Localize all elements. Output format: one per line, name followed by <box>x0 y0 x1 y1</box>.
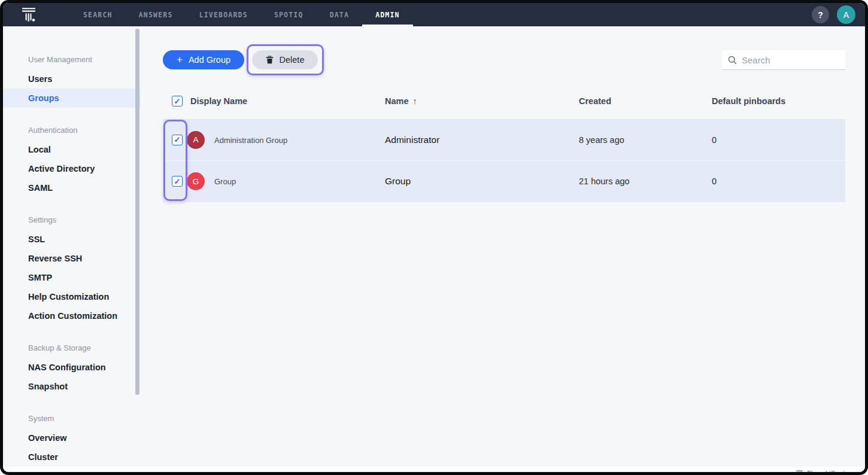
add-group-button[interactable]: + Add Group <box>163 50 244 69</box>
cell-display-name: Group <box>214 177 236 186</box>
column-header-default-pinboards[interactable]: Default pinboards <box>712 94 785 108</box>
sidebar-item-saml[interactable]: SAML <box>3 178 141 197</box>
thoughtspot-footer-logo-icon <box>796 470 803 473</box>
sidebar-section-authentication: Authentication Local Active Directory SA… <box>3 121 141 197</box>
row-checkbox[interactable]: ✓ <box>172 176 183 187</box>
add-group-label: Add Group <box>189 55 230 65</box>
sidebar-header-user-management: User Management <box>3 50 141 69</box>
cell-display-name: Administration Group <box>214 135 287 144</box>
sidebar-section-backup-storage: Backup & Storage NAS Configuration Snaps… <box>3 339 141 396</box>
sidebar-item-active-directory[interactable]: Active Directory <box>3 159 141 178</box>
check-icon: ✓ <box>174 98 181 105</box>
delete-button[interactable]: Delete <box>252 50 318 69</box>
cell-name: Group <box>385 176 411 187</box>
sidebar-header-settings: Settings <box>3 211 141 230</box>
sidebar-scrollbar[interactable] <box>135 29 139 395</box>
nav-item-admin[interactable]: ADMIN <box>362 3 413 26</box>
sidebar-item-local[interactable]: Local <box>3 140 141 159</box>
sidebar-section-user-management: User Management Users Groups <box>3 50 141 108</box>
sidebar-item-smtp[interactable]: SMTP <box>3 268 141 287</box>
sidebar-item-groups[interactable]: Groups <box>3 89 141 108</box>
admin-sidebar: User Management Users Groups Authenticat… <box>3 26 141 467</box>
sidebar-section-settings: Settings SSL Reverse SSH SMTP Help Custo… <box>3 211 141 325</box>
trash-icon <box>266 56 274 64</box>
table-row[interactable]: ✓ G Group Group 21 hours ago 0 <box>163 160 845 202</box>
sort-ascending-icon: ↑ <box>413 94 417 108</box>
group-avatar: G <box>187 172 205 190</box>
search-icon <box>728 56 737 65</box>
column-header-name-label: Name <box>385 94 409 108</box>
sidebar-section-system: System Overview Cluster <box>3 409 141 467</box>
nav-item-liveboards[interactable]: LIVEBOARDS <box>186 3 261 26</box>
sidebar-item-reverse-ssh[interactable]: Reverse SSH <box>3 249 141 268</box>
sidebar-item-nas-configuration[interactable]: NAS Configuration <box>3 358 141 377</box>
sidebar-header-authentication: Authentication <box>3 121 141 140</box>
search-box <box>722 50 845 70</box>
app-screen: SEARCH ANSWERS LIVEBOARDS SPOTIQ DATA AD… <box>3 3 865 472</box>
select-all-checkbox[interactable]: ✓ <box>172 96 183 106</box>
check-icon: ✓ <box>174 136 181 144</box>
nav-item-spotiq[interactable]: SPOTIQ <box>261 3 317 26</box>
thoughtspot-logo-icon[interactable] <box>21 7 37 23</box>
delete-label: Delete <box>280 55 305 65</box>
help-button[interactable]: ? <box>812 6 829 23</box>
search-input[interactable] <box>742 55 839 65</box>
groups-table: ✓ A Administration Group Administrator 8… <box>163 119 845 202</box>
nav-menu: SEARCH ANSWERS LIVEBOARDS SPOTIQ DATA AD… <box>70 3 413 26</box>
nav-right-controls: ? A <box>812 5 855 24</box>
sidebar-header-backup-storage: Backup & Storage <box>3 339 141 358</box>
group-avatar: A <box>187 131 205 149</box>
cell-default-pinboards: 0 <box>712 176 717 186</box>
sidebar-item-cluster[interactable]: Cluster <box>3 447 141 467</box>
check-icon: ✓ <box>174 178 181 185</box>
sidebar-item-ssl[interactable]: SSL <box>3 230 141 249</box>
nav-item-data[interactable]: DATA <box>317 3 363 26</box>
sidebar-item-snapshot[interactable]: Snapshot <box>3 377 141 396</box>
cell-created: 21 hours ago <box>579 176 630 186</box>
row-checkbox[interactable]: ✓ <box>172 135 183 145</box>
sidebar-item-users[interactable]: Users <box>3 69 141 89</box>
nav-item-answers[interactable]: ANSWERS <box>126 3 186 26</box>
table-row[interactable]: ✓ A Administration Group Administrator 8… <box>163 119 845 160</box>
plus-icon: + <box>177 54 183 65</box>
top-navigation-bar: SEARCH ANSWERS LIVEBOARDS SPOTIQ DATA AD… <box>3 3 865 26</box>
footer-brand-label: ThoughtSpot <box>807 470 845 472</box>
sidebar-item-overview[interactable]: Overview <box>3 428 141 447</box>
column-header-display-name[interactable]: Display Name <box>190 94 247 108</box>
sidebar-header-system: System <box>3 409 141 428</box>
window-frame: SEARCH ANSWERS LIVEBOARDS SPOTIQ DATA AD… <box>0 0 868 475</box>
sidebar-item-action-customization[interactable]: Action Customization <box>3 306 141 325</box>
cell-created: 8 years ago <box>579 135 624 145</box>
groups-admin-panel: + Add Group Delete <box>141 26 865 467</box>
column-header-created[interactable]: Created <box>579 94 611 108</box>
user-avatar[interactable]: A <box>837 5 855 24</box>
nav-item-search[interactable]: SEARCH <box>70 3 126 26</box>
cell-name: Administrator <box>385 135 439 145</box>
column-header-name[interactable]: Name ↑ <box>385 94 417 108</box>
cell-default-pinboards: 0 <box>712 135 717 145</box>
footer: ThoughtSpot <box>3 467 865 472</box>
sidebar-item-help-customization[interactable]: Help Customization <box>3 287 141 306</box>
